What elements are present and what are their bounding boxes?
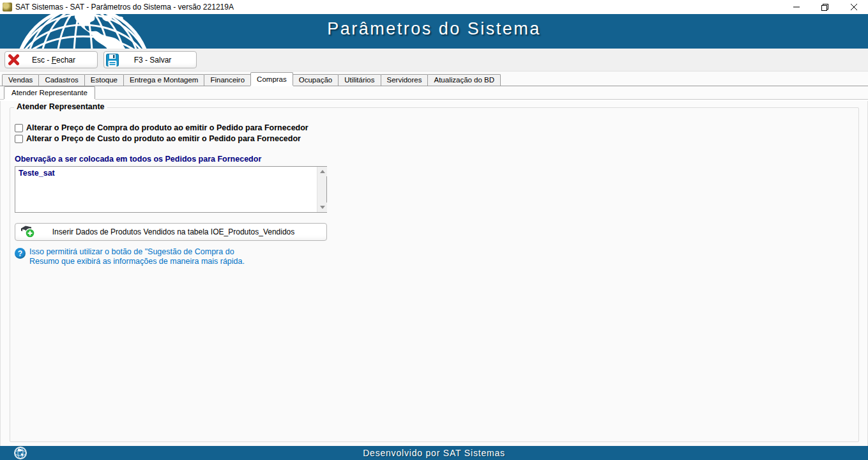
checkbox-preco-custo[interactable] [15, 135, 23, 143]
restore-button[interactable] [811, 0, 839, 14]
minimize-icon [793, 4, 800, 10]
sub-tab-strip: Atender Representante [0, 86, 868, 100]
checkbox-row-preco-custo: Alterar o Preço de Custo do produto ao e… [15, 134, 858, 143]
tab-financeiro[interactable]: Financeiro [204, 74, 251, 86]
tab-servidores[interactable]: Servidores [381, 74, 429, 86]
close-esc-button[interactable]: Esc - Fechar [4, 51, 98, 68]
window-title: SAT Sistemas - SAT - Parâmetros do Siste… [15, 3, 234, 12]
help-text-line1: Isso permitirá utilizar o botão de "Suge… [29, 247, 245, 257]
red-x-icon [5, 54, 22, 66]
checkbox-preco-custo-label: Alterar o Preço de Custo do produto ao e… [26, 134, 301, 143]
observation-scrollbar[interactable] [317, 167, 326, 212]
checkbox-preco-compra[interactable] [15, 124, 23, 132]
tab-content-compras: Atender Representante Alterar o Preço de… [0, 101, 868, 446]
scroll-down-button[interactable] [317, 203, 327, 212]
tab-zone: Vendas Cadastros Estoque Entrega e Monta… [0, 72, 868, 100]
groupbox-atender-representante: Atender Representante Alterar o Preço de… [10, 107, 859, 442]
tab-ocupacao[interactable]: Ocupação [293, 74, 339, 86]
tab-cadastros[interactable]: Cadastros [38, 74, 84, 86]
close-button[interactable] [839, 0, 868, 14]
arrow-down-icon [320, 206, 325, 209]
save-f3-button[interactable]: F3 - Salvar [103, 51, 197, 68]
observation-textarea[interactable]: Teste_sat [15, 166, 327, 213]
header-banner: Parâmetros do Sistema [0, 14, 868, 49]
main-tab-strip: Vendas Cadastros Estoque Entrega e Monta… [0, 73, 868, 86]
subtab-atender-representante[interactable]: Atender Representante [4, 86, 95, 99]
insert-produtos-vendidos-button[interactable]: Inserir Dados de Produtos Vendidos na ta… [15, 223, 327, 241]
tab-vendas[interactable]: Vendas [2, 74, 39, 86]
groupbox-title: Atender Representante [14, 102, 107, 111]
floppy-disk-icon [104, 54, 121, 66]
tab-atualizacao-do-bd[interactable]: Atualização do BD [427, 74, 501, 86]
scroll-up-button[interactable] [317, 167, 327, 176]
page-title: Parâmetros do Sistema [0, 19, 868, 39]
footer-bar: Desenvolvido por SAT Sistemas [0, 446, 868, 460]
tab-entrega-e-montagem[interactable]: Entrega e Montagem [123, 74, 204, 86]
footer-globe-icon [14, 447, 27, 459]
minimize-button[interactable] [782, 0, 811, 14]
observation-value: Teste_sat [19, 169, 55, 178]
close-esc-label: Esc - Fechar [22, 56, 97, 65]
checkbox-row-preco-compra: Alterar o Preço de Compra do produto ao … [15, 123, 858, 132]
checkbox-preco-compra-label: Alterar o Preço de Compra do produto ao … [26, 123, 308, 132]
insert-produtos-vendidos-label: Inserir Dados de Produtos Vendidos na ta… [40, 227, 326, 236]
help-question-icon: ? [15, 248, 26, 259]
help-text: Isso permitirá utilizar o botão de "Suge… [29, 247, 245, 266]
help-text-line2: Resumo que exibirá as informações de man… [29, 257, 245, 266]
toolbar: Esc - Fechar F3 - Salvar [0, 49, 868, 72]
tab-estoque[interactable]: Estoque [84, 74, 124, 86]
close-icon [851, 4, 857, 10]
window-controls [782, 0, 868, 14]
arrow-up-icon [320, 170, 325, 173]
title-bar: SAT Sistemas - SAT - Parâmetros do Siste… [0, 0, 868, 14]
tab-compras[interactable]: Compras [250, 72, 293, 86]
save-f3-label: F3 - Salvar [121, 56, 196, 65]
help-note: ? Isso permitirá utilizar o botão de "Su… [15, 247, 858, 266]
restore-icon [821, 4, 828, 11]
table-add-icon [15, 225, 40, 239]
footer-text: Desenvolvido por SAT Sistemas [363, 448, 505, 458]
observation-label: Obervação a ser colocada em todos os Ped… [15, 155, 858, 164]
app-icon [3, 3, 12, 12]
tab-utilitarios[interactable]: Utilitários [338, 74, 381, 86]
